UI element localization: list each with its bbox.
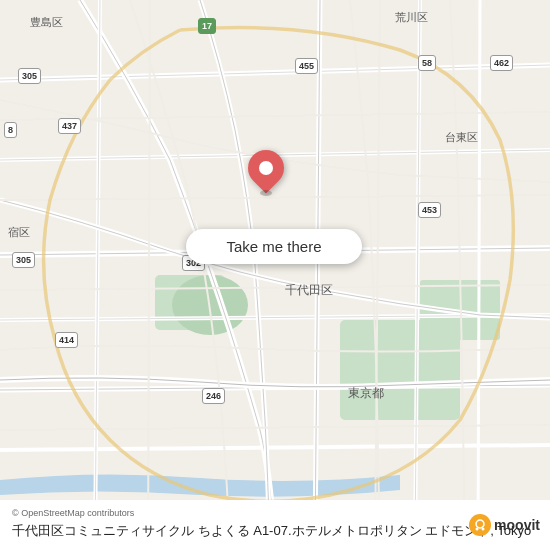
map-container: 豊島区 荒川区 台東区 宿区 千代田区 東京都 17 305 437 455 5… [0,0,550,550]
district-label-shinjuku: 宿区 [8,225,30,240]
road-badge-414: 414 [55,332,78,348]
moovit-text: moovit [494,517,540,533]
moovit-icon [469,514,491,536]
svg-line-5 [0,65,550,80]
svg-line-14 [0,445,550,450]
district-label-arakawa: 荒川区 [395,10,428,25]
bottom-bar: © OpenStreetMap contributors 千代田区コミュニティサ… [0,500,550,550]
district-label-taito: 台東区 [445,130,478,145]
road-layer [0,0,550,550]
location-pin [248,150,284,194]
road-badge-305a: 305 [18,68,41,84]
road-badge-246: 246 [202,388,225,404]
road-badge-462: 462 [490,55,513,71]
svg-line-25 [0,195,550,200]
attribution: © OpenStreetMap contributors [12,508,538,518]
district-label-toshima: 豊島区 [30,15,63,30]
road-badge-8: 8 [4,122,17,138]
place-name: 千代田区コミュニティサイクル ちよくる A1-07.ホテルメトロポリタン エドモ… [12,522,538,540]
svg-line-22 [148,0,150,550]
road-badge-453: 453 [418,202,441,218]
road-badge-455: 455 [295,58,318,74]
road-badge-437: 437 [58,118,81,134]
svg-point-29 [476,528,479,531]
district-label-tokyo: 東京都 [348,385,384,402]
road-badge-58: 58 [418,55,436,71]
svg-point-28 [476,520,484,528]
road-badge-17: 17 [198,18,216,34]
road-badge-305b: 305 [12,252,35,268]
moovit-logo: moovit [469,514,540,536]
svg-line-21 [478,0,480,550]
svg-line-27 [0,425,550,430]
svg-point-30 [482,528,485,531]
take-me-there-button[interactable]: Take me there [186,229,362,264]
district-label-chiyoda: 千代田区 [285,282,333,299]
